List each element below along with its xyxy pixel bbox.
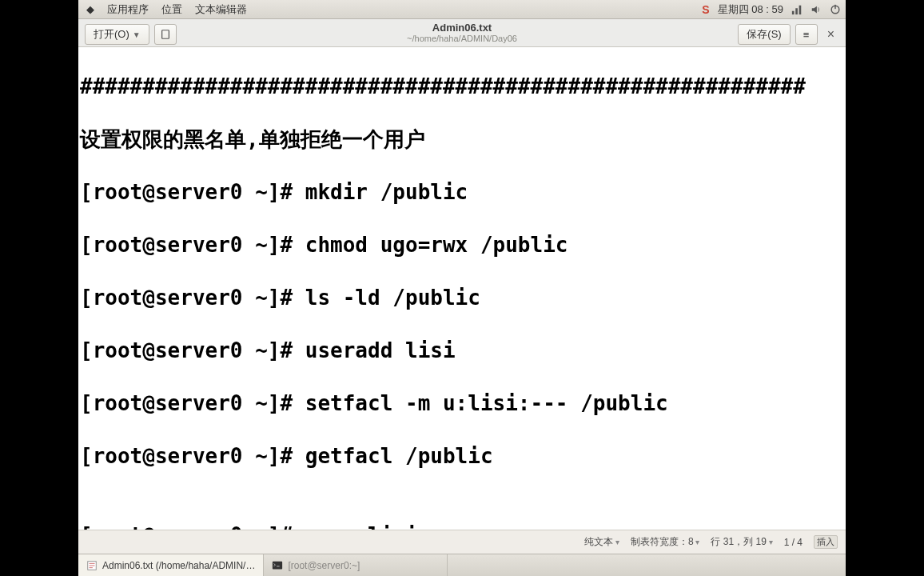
window-title: Admin06.txt: [85, 22, 839, 34]
task-admin06[interactable]: Admin06.txt (/home/haha/ADMIN/…: [78, 554, 264, 576]
activities-icon[interactable]: ◆: [86, 3, 94, 15]
editor-content[interactable]: ########################################…: [78, 47, 846, 530]
task-label: Admin06.txt (/home/haha/ADMIN/…: [102, 560, 255, 571]
editor-titlebar: 打开(O) ▼ Admin06.txt ~/home/haha/ADMIN/Da…: [78, 19, 846, 47]
save-button[interactable]: 保存(S): [738, 24, 790, 45]
open-button[interactable]: 打开(O) ▼: [85, 24, 149, 45]
svg-rect-5: [161, 30, 169, 39]
terminal-icon: [272, 560, 283, 571]
close-button[interactable]: ×: [822, 27, 839, 42]
svg-rect-7: [273, 561, 282, 569]
text-line: 设置权限的黑名单,单独拒绝一个用户: [80, 126, 844, 153]
svg-rect-4: [834, 4, 835, 8]
insert-mode[interactable]: 插入: [814, 535, 838, 549]
document-icon: [160, 29, 171, 40]
volume-icon[interactable]: [810, 4, 822, 15]
text-line: [root@server0 ~]# setfacl -m u:lisi:--- …: [80, 390, 844, 417]
clock[interactable]: 星期四 08 : 59: [718, 2, 783, 17]
text-line: [root@server0 ~]# chmod ugo=rwx /public: [80, 232, 844, 258]
tab-width[interactable]: 制表符宽度：8: [631, 535, 699, 549]
wps-icon[interactable]: S: [702, 3, 709, 16]
task-terminal[interactable]: [root@server0:~]: [264, 554, 448, 576]
svg-rect-0: [792, 10, 795, 14]
svg-rect-2: [799, 5, 802, 14]
places-menu[interactable]: 位置: [161, 2, 182, 17]
texteditor-menu[interactable]: 文本编辑器: [195, 2, 247, 17]
hamburger-button[interactable]: ≡: [795, 24, 818, 45]
window-path: ~/home/haha/ADMIN/Day06: [85, 34, 839, 43]
text-line: [root@server0 ~]# useradd lisi: [80, 338, 844, 364]
text-line: [root@server0 ~]# mkdir /public: [80, 179, 844, 206]
text-line: [root@server0 ~]# getfacl /public: [80, 443, 844, 470]
text-line: [root@server0 ~]# ls -ld /public: [80, 285, 844, 311]
cursor-position[interactable]: 行 31，列 19: [711, 535, 772, 549]
gedit-icon: [86, 560, 98, 571]
taskbar: Admin06.txt (/home/haha/ADMIN/… [root@se…: [78, 554, 846, 576]
power-icon[interactable]: [830, 4, 841, 15]
network-icon[interactable]: [791, 4, 803, 15]
task-label: [root@server0:~]: [288, 560, 360, 571]
apps-menu[interactable]: 应用程序: [107, 2, 149, 17]
open-label: 打开(O): [94, 27, 129, 42]
gnome-topbar: ◆ 应用程序 位置 文本编辑器 S 星期四 08 : 59: [78, 0, 846, 19]
hamburger-icon: ≡: [803, 29, 810, 41]
page-number: 1 / 4: [784, 537, 803, 548]
text-line: [root@server0 ~]# su - lisi: [80, 522, 844, 530]
syntax-mode[interactable]: 纯文本: [584, 535, 619, 549]
text-line: ########################################…: [80, 74, 844, 100]
chevron-down-icon: ▼: [133, 30, 141, 39]
svg-rect-1: [795, 8, 798, 14]
new-tab-button[interactable]: [154, 24, 177, 45]
statusbar: 纯文本 制表符宽度：8 行 31，列 19 1 / 4 插入: [78, 530, 846, 554]
